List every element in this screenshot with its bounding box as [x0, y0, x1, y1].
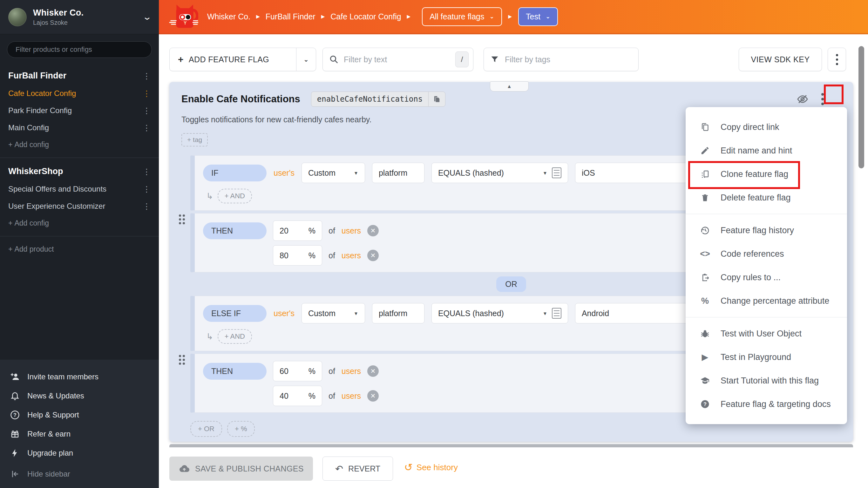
attribute-input[interactable]: platform — [372, 163, 425, 183]
remove-rollout-button[interactable]: ✕ — [367, 365, 379, 377]
kebab-icon[interactable]: ⋮ — [143, 108, 151, 114]
product-furball-finder[interactable]: FurBall Finder ⋮ — [0, 67, 159, 85]
configcat-logo[interactable] — [168, 2, 198, 31]
save-publish-button[interactable]: SAVE & PUBLISH CHANGES — [169, 457, 313, 481]
org-switcher[interactable]: Whisker Co. Lajos Szoke ⌄ — [0, 0, 159, 34]
flags-filter-dropdown[interactable]: All feature flags ⌄ — [422, 7, 502, 26]
menu-test-with-user-object[interactable]: Test with User Object — [686, 322, 847, 345]
kebab-icon[interactable]: ⋮ — [143, 186, 151, 192]
invite-team-members[interactable]: Invite team members — [0, 367, 159, 386]
clipboard-arrow-icon — [700, 272, 710, 283]
breadcrumb-config[interactable]: Cafe Locator Config — [331, 12, 401, 21]
or-separator: OR — [496, 276, 526, 292]
menu-code-references[interactable]: <> Code references — [686, 242, 847, 266]
environment-dropdown[interactable]: Test ⌄ — [518, 7, 558, 26]
search-icon — [329, 55, 339, 64]
comparator-dropdown[interactable]: EQUALS (hashed) ▼ — [431, 303, 568, 324]
add-feature-flag-dropdown[interactable]: ⌄ — [296, 48, 316, 71]
chevron-down-icon: ⌄ — [546, 13, 550, 20]
help-support[interactable]: ? Help & Support — [0, 405, 159, 424]
remove-rollout-button[interactable]: ✕ — [367, 250, 379, 261]
code-icon: <> — [700, 248, 710, 259]
sidebar-item-park-finder-config[interactable]: Park Finder Config ⋮ — [0, 102, 159, 119]
attribute-input[interactable]: platform — [372, 303, 425, 324]
menu-change-percentage-attribute[interactable]: % Change percentage attribute — [686, 289, 847, 313]
attribute-type-dropdown[interactable]: Custom ▼ — [302, 163, 365, 183]
view-sdk-key-button[interactable]: VIEW SDK KEY — [739, 48, 822, 71]
percent-input[interactable]: 20 % — [273, 220, 322, 241]
revert-button[interactable]: ↶ REVERT — [322, 457, 393, 481]
bell-icon — [10, 391, 20, 401]
scrollbar-thumb[interactable] — [859, 46, 864, 169]
sidebar-item-ux-customizer[interactable]: User Experience Customizer ⋮ — [0, 197, 159, 215]
list-icon[interactable] — [552, 167, 561, 178]
sidebar-item-main-config[interactable]: Main Config ⋮ — [0, 119, 159, 136]
add-percent-button[interactable]: + % — [227, 421, 255, 437]
percent-input[interactable]: 40 % — [273, 386, 322, 406]
add-and-button[interactable]: + AND — [218, 329, 252, 344]
collapse-card-button[interactable]: ▲ — [490, 81, 529, 92]
attribute-type-dropdown[interactable]: Custom ▼ — [302, 303, 365, 324]
users-link[interactable]: users — [342, 251, 361, 260]
menu-flag-targeting-docs[interactable]: ? Feature flag & targeting docs — [686, 392, 847, 416]
menu-edit-name-hint[interactable]: Edit name and hint — [686, 139, 847, 162]
kebab-icon[interactable]: ⋮ — [143, 169, 151, 175]
menu-feature-flag-history[interactable]: Feature flag history — [686, 219, 847, 242]
divider — [0, 236, 159, 236]
kebab-icon[interactable]: ⋮ — [143, 203, 151, 209]
users-link[interactable]: users — [342, 226, 361, 236]
config-kebab-button[interactable] — [828, 48, 846, 71]
menu-test-in-playground[interactable]: ▶ Test in Playground — [686, 345, 847, 369]
add-config-button[interactable]: + Add config — [0, 215, 159, 232]
kebab-icon[interactable]: ⋮ — [143, 90, 151, 97]
kebab-icon[interactable]: ⋮ — [143, 73, 151, 79]
comparator-dropdown[interactable]: EQUALS (hashed) ▼ — [431, 163, 568, 183]
copy-key-button[interactable] — [428, 92, 445, 106]
list-icon[interactable] — [552, 308, 561, 319]
sidebar-filter — [7, 41, 152, 58]
percent-input[interactable]: 60 % — [273, 361, 322, 381]
breadcrumb-product[interactable]: FurBall Finder — [266, 12, 315, 21]
refer-earn[interactable]: Refer & earn — [0, 424, 159, 444]
sidebar-filter-input[interactable] — [7, 41, 152, 58]
menu-copy-rules-to[interactable]: Copy rules to ... — [686, 266, 847, 289]
plus-icon: + — [178, 54, 184, 65]
menu-delete-feature-flag[interactable]: Delete feature flag — [686, 186, 847, 209]
hide-sidebar-button[interactable]: Hide sidebar — [0, 464, 159, 484]
add-and-button[interactable]: + AND — [218, 189, 252, 203]
breadcrumb-separator-icon: ▶ — [407, 14, 411, 20]
plus-icon: + — [8, 245, 12, 253]
breadcrumb-org[interactable]: Whisker Co. — [207, 12, 250, 21]
menu-start-tutorial[interactable]: Start Tutorial with this flag — [686, 369, 847, 392]
remove-rollout-button[interactable]: ✕ — [367, 390, 379, 402]
add-product-button[interactable]: + Add product — [0, 241, 159, 258]
remove-rollout-button[interactable]: ✕ — [367, 225, 379, 236]
text-filter: / — [322, 48, 473, 71]
users-link[interactable]: users — [342, 391, 361, 401]
flag-key-chip: enableCafeNotifications — [311, 92, 445, 107]
see-history-link[interactable]: ↺ See history — [404, 461, 458, 474]
add-or-button[interactable]: + OR — [190, 421, 222, 437]
sidebar-utilities: Invite team members News & Updates ? Hel… — [0, 360, 159, 488]
upgrade-plan[interactable]: Upgrade plan — [0, 444, 159, 463]
sidebar-item-special-offers[interactable]: Special Offers and Discounts ⋮ — [0, 180, 159, 197]
sidebar-item-cafe-locator-config[interactable]: Cafe Locator Config ⋮ — [0, 85, 159, 102]
drag-handle[interactable] — [179, 355, 185, 365]
kebab-icon[interactable]: ⋮ — [143, 125, 151, 131]
tags-filter-input[interactable] — [504, 55, 632, 64]
flag-name: Enable Cafe Notifications — [181, 93, 300, 105]
text-filter-input[interactable] — [343, 55, 451, 64]
add-tag-button[interactable]: + tag — [181, 133, 208, 147]
percent-input[interactable]: 80 % — [273, 245, 322, 266]
product-whiskershop[interactable]: WhiskerShop ⋮ — [0, 162, 159, 180]
users-link[interactable]: users — [342, 367, 361, 376]
copy-icon — [432, 94, 441, 104]
breadcrumb-separator-icon: ▶ — [508, 14, 512, 20]
news-updates[interactable]: News & Updates — [0, 386, 159, 405]
eye-off-icon[interactable] — [797, 93, 809, 105]
breadcrumb-separator-icon: ▶ — [321, 14, 325, 20]
menu-copy-direct-link[interactable]: Copy direct link — [686, 115, 847, 139]
add-config-button[interactable]: + Add config — [0, 136, 159, 153]
add-feature-flag-button[interactable]: + ADD FEATURE FLAG — [170, 54, 296, 65]
drag-handle[interactable] — [179, 214, 185, 224]
